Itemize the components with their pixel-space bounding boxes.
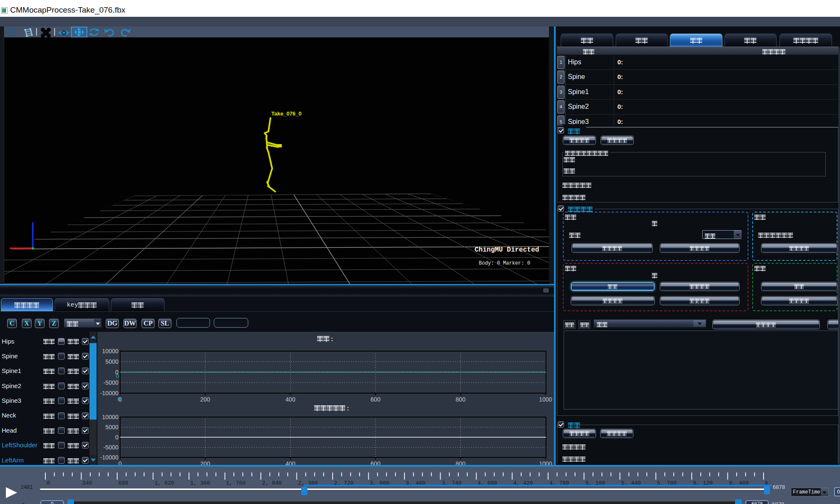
svg-text:0: 0: [47, 480, 50, 486]
svg-text:340: 340: [82, 480, 92, 486]
svg-text:-5000: -5000: [103, 379, 118, 386]
svg-text:10000: 10000: [102, 414, 118, 420]
svg-text:Body: 0 Marker: 0: Body: 0 Marker: 0: [479, 260, 530, 266]
svg-text:5000: 5000: [105, 358, 118, 365]
svg-text:-5000: -5000: [103, 444, 118, 451]
svg-text:1, 700: 1, 700: [226, 480, 246, 486]
svg-text:1, 360: 1, 360: [190, 480, 210, 486]
svg-text:0: 0: [115, 434, 118, 441]
svg-text:680: 680: [118, 480, 128, 486]
svg-text:0: 0: [116, 373, 119, 379]
svg-text:2, 040: 2, 040: [262, 480, 282, 486]
svg-text:Take_076_0: Take_076_0: [271, 110, 302, 117]
svg-text:5000: 5000: [105, 424, 118, 430]
svg-text:ChingMU Directed: ChingMU Directed: [475, 246, 539, 254]
svg-text:1, 020: 1, 020: [155, 480, 174, 486]
svg-text:-10000: -10000: [100, 390, 118, 396]
svg-text:10000: 10000: [102, 348, 118, 354]
svg-text:-10000: -10000: [100, 454, 118, 461]
